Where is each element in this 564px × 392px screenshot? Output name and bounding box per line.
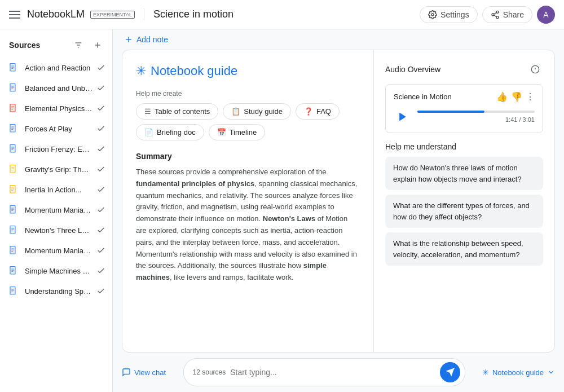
sidebar: Sources Action and Reacti <box>0 29 113 392</box>
sidebar-title: Sources <box>9 41 40 50</box>
chip-toc-label: Table of contents <box>155 107 210 116</box>
play-button[interactable] <box>394 108 412 126</box>
header-right: Settings Share A <box>420 6 555 24</box>
guide-right: Audio Overview Science in Motion 👍 👎 ⋮ <box>374 50 554 352</box>
guide-left: ✳ Notebook guide Help me create ☰ Table … <box>122 50 374 352</box>
add-note-button[interactable]: Add note <box>124 35 168 44</box>
notebook-title: Science in motion <box>144 8 233 20</box>
view-chat-button[interactable]: View chat <box>122 368 166 377</box>
main-layout: Sources Action and Reacti <box>0 29 564 392</box>
source-item[interactable]: Simple Machines Make... <box>0 261 112 281</box>
source-item-left: Friction Frenzy: Explorin... <box>8 143 92 155</box>
audio-overview-title: Audio Overview <box>385 65 440 74</box>
source-label: Friction Frenzy: Explorin... <box>25 145 92 153</box>
source-item[interactable]: Understanding Speed, Ve... <box>0 281 112 301</box>
send-button[interactable] <box>440 362 460 382</box>
chip-timeline-label: Timeline <box>230 128 257 136</box>
chip-table-of-contents[interactable]: ☰ Table of contents <box>136 103 218 120</box>
source-doc-icon <box>8 245 19 256</box>
content-area: Add note ✳ Notebook guide Help me create… <box>113 29 564 392</box>
settings-button[interactable]: Settings <box>420 6 478 23</box>
audio-track-title: Science in Motion <box>394 93 452 101</box>
audio-progress-fill <box>417 111 484 113</box>
audio-actions: 👍 👎 ⋮ <box>496 91 535 102</box>
source-label: Understanding Speed, Ve... <box>25 287 92 296</box>
source-doc-icon <box>8 224 19 236</box>
chip-row-1: ☰ Table of contents 📋 Study guide ❓ FAQ <box>136 103 360 120</box>
question-chip[interactable]: How do Newton's three laws of motion exp… <box>385 157 543 190</box>
chip-study-guide[interactable]: 📋 Study guide <box>223 103 291 120</box>
chat-input[interactable] <box>230 368 439 377</box>
source-item[interactable]: Balanced and Unbalance... <box>0 78 112 98</box>
summary-section: Summary These sources provide a comprehe… <box>136 152 360 284</box>
chip-briefing-label: Briefing doc <box>157 128 196 136</box>
top-header: NotebookLM EXPERIMENTAL Science in motio… <box>0 0 564 29</box>
share-icon <box>491 10 500 19</box>
source-label: Action and Reaction <box>25 64 90 72</box>
content-top-bar: Add note <box>113 29 564 50</box>
hamburger-menu-icon[interactable] <box>9 11 20 19</box>
source-item[interactable]: Momentum Mania: Inves... <box>0 240 112 261</box>
filter-button[interactable] <box>70 37 86 53</box>
source-item-left: Momentum Mania: Inves... <box>8 245 92 256</box>
gear-icon <box>428 10 437 19</box>
question-chip[interactable]: What is the relationship between speed, … <box>385 232 543 266</box>
summary-title: Summary <box>136 152 360 161</box>
share-button[interactable]: Share <box>482 6 532 23</box>
source-check-icon <box>96 185 105 194</box>
source-check-icon <box>96 124 105 133</box>
add-source-button[interactable] <box>90 37 105 53</box>
notebook-guide-tab[interactable]: ✳ Notebook guide <box>482 368 555 377</box>
source-item[interactable]: Gravity's Grip: The Force... <box>0 159 112 179</box>
source-doc-icon <box>8 164 19 175</box>
sidebar-header: Sources <box>0 29 112 58</box>
source-item-left: Inertia In Action... <box>8 184 81 195</box>
svg-point-0 <box>431 14 434 16</box>
chevron-down-icon <box>547 368 555 376</box>
source-item-left: Action and Reaction <box>8 62 90 73</box>
share-label: Share <box>503 10 524 19</box>
source-item[interactable]: Friction Frenzy: Explorin... <box>0 139 112 159</box>
like-button[interactable]: 👍 <box>496 91 508 102</box>
source-item[interactable]: Action and Reaction <box>0 58 112 78</box>
source-item[interactable]: Inertia In Action... <box>0 179 112 200</box>
source-item[interactable]: Elemental Physics, Third... <box>0 98 112 118</box>
source-label: Elemental Physics, Third... <box>25 104 92 113</box>
add-icon <box>93 41 102 50</box>
sidebar-actions <box>70 37 105 53</box>
source-item[interactable]: Forces At Play <box>0 118 112 139</box>
more-options-button[interactable]: ⋮ <box>526 91 535 102</box>
source-item[interactable]: Momentum Mania: Inves... <box>0 200 112 220</box>
source-doc-icon <box>8 143 19 155</box>
source-doc-icon <box>8 103 19 114</box>
source-doc-icon <box>8 184 19 195</box>
source-label: Momentum Mania: Inves... <box>25 246 92 255</box>
question-chip[interactable]: What are the different types of forces, … <box>385 195 543 228</box>
notebook-guide-star-icon: ✳ <box>136 64 146 78</box>
source-label: Momentum Mania: Inves... <box>25 206 92 214</box>
audio-time-label: 1:41 / 3:01 <box>417 116 535 123</box>
help-create-label: Help me create <box>136 90 360 98</box>
source-doc-icon <box>8 62 19 73</box>
audio-controls-row: 1:41 / 3:01 <box>394 108 535 126</box>
table-icon: ☰ <box>144 107 151 116</box>
source-label: Newton's Three Laws... <box>25 226 92 235</box>
user-avatar[interactable]: A <box>537 6 555 24</box>
chip-briefing-doc[interactable]: 📄 Briefing doc <box>136 124 204 140</box>
chip-study-label: Study guide <box>244 107 283 116</box>
source-item[interactable]: Newton's Three Laws... <box>0 220 112 240</box>
source-item-left: Balanced and Unbalance... <box>8 82 92 94</box>
audio-progress-bar[interactable] <box>417 111 535 113</box>
audio-info-button[interactable] <box>527 61 543 77</box>
audio-overview-header: Audio Overview <box>385 61 543 77</box>
study-icon: 📋 <box>231 107 240 116</box>
source-doc-icon <box>8 204 19 215</box>
send-icon <box>445 367 455 377</box>
dislike-button[interactable]: 👎 <box>511 91 522 102</box>
question-chips-container: How do Newton's three laws of motion exp… <box>385 157 543 266</box>
chip-faq[interactable]: ❓ FAQ <box>296 103 340 120</box>
chip-timeline[interactable]: 📅 Timeline <box>209 124 266 140</box>
experimental-badge: EXPERIMENTAL <box>90 11 135 19</box>
source-label: Simple Machines Make... <box>25 267 92 275</box>
source-label: Inertia In Action... <box>25 186 81 194</box>
